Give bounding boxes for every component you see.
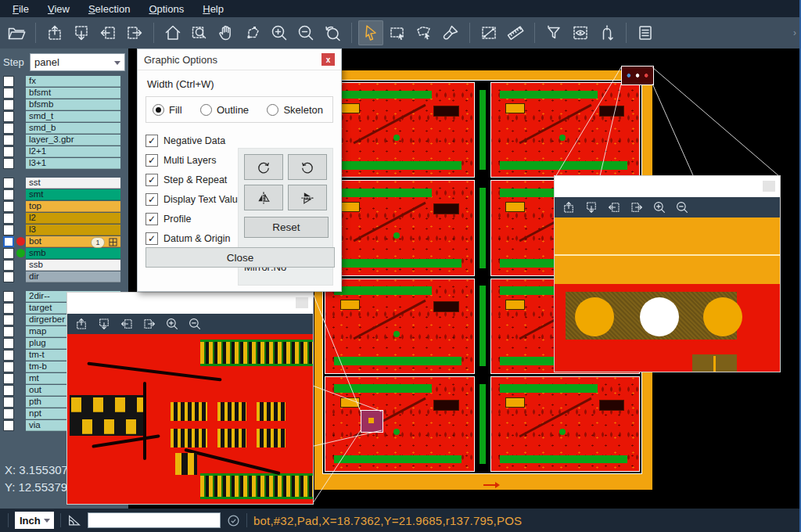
layer-row-dir[interactable]: dir: [0, 271, 128, 282]
popup-tool-zoom-out[interactable]: [187, 316, 203, 332]
layer-color-dot[interactable]: [16, 271, 26, 282]
layer-color-dot[interactable]: [16, 350, 26, 360]
close-button[interactable]: Close: [145, 247, 335, 268]
command-input[interactable]: [88, 512, 221, 528]
popup-tool-pan-right[interactable]: [629, 200, 645, 215]
layer-checkbox[interactable]: [3, 373, 14, 384]
layer-name[interactable]: smb: [26, 248, 120, 259]
layer-name[interactable]: l2: [26, 213, 120, 224]
layer-row-bfsmt[interactable]: bfsmt: [0, 87, 128, 99]
tool-unroute[interactable]: [594, 20, 620, 45]
board-cell[interactable]: [490, 82, 641, 178]
layer-name[interactable]: smd_t: [26, 111, 120, 122]
layer-color-dot[interactable]: [16, 397, 26, 407]
layer-row-l2[interactable]: l2: [0, 212, 128, 224]
layer-color-dot[interactable]: [16, 420, 26, 430]
layer-checkbox[interactable]: [3, 201, 14, 212]
layer-color-dot[interactable]: [16, 338, 26, 348]
layer-checkbox[interactable]: [3, 146, 14, 157]
layer-color-dot[interactable]: [16, 303, 26, 313]
layer-row-ssb[interactable]: ssb: [0, 259, 128, 271]
zoom-window-bottom-left[interactable]: [66, 292, 314, 505]
layer-checkbox[interactable]: [3, 236, 14, 247]
menu-help[interactable]: Help: [195, 2, 232, 16]
tool-home[interactable]: [160, 20, 185, 45]
layer-row-l2+1[interactable]: l2+1: [0, 146, 128, 157]
dialog-close-icon[interactable]: x: [321, 53, 335, 66]
tool-measure-diagonal[interactable]: [476, 20, 501, 45]
layer-color-dot[interactable]: [16, 146, 26, 156]
tool-select-arrow[interactable]: [358, 20, 383, 45]
tool-zoom-window[interactable]: [187, 20, 212, 45]
popup-tool-zoom-in[interactable]: [164, 316, 180, 332]
layer-row-smd_t[interactable]: smd_t: [0, 110, 128, 122]
layer-checkbox[interactable]: [3, 158, 14, 169]
layer-color-dot[interactable]: [16, 408, 26, 419]
flip-vertical-button[interactable]: [288, 185, 327, 210]
tool-pan-left[interactable]: [95, 20, 120, 45]
menu-view[interactable]: View: [40, 2, 77, 16]
layer-color-dot[interactable]: [16, 135, 26, 145]
popup-pcb-view[interactable]: [555, 217, 780, 372]
popup-tool-zoom-out[interactable]: [674, 200, 690, 215]
layer-name[interactable]: l2+1: [26, 146, 120, 157]
tool-select-rect[interactable]: [385, 20, 410, 45]
reset-button[interactable]: Reset: [244, 217, 329, 238]
layer-checkbox[interactable]: [3, 303, 14, 314]
layer-color-dot[interactable]: [16, 178, 26, 188]
checkbox-datum-origin[interactable]: ✓Datum & Origin: [145, 228, 243, 248]
layer-checkbox[interactable]: [3, 291, 14, 302]
layer-checkbox[interactable]: [3, 350, 14, 361]
grid-icon[interactable]: [109, 238, 117, 246]
layer-row-top[interactable]: top: [0, 200, 128, 212]
popup-tool-zoom-in[interactable]: [652, 200, 667, 215]
layer-name[interactable]: top: [26, 201, 120, 212]
layer-color-dot[interactable]: [16, 158, 26, 168]
radio-fill[interactable]: Fill: [153, 104, 182, 116]
layer-color-dot[interactable]: [16, 76, 26, 86]
layer-name[interactable]: sst: [26, 178, 120, 189]
layer-name[interactable]: ssb: [26, 260, 120, 271]
layer-color-dot[interactable]: [16, 385, 26, 395]
layer-checkbox[interactable]: [3, 189, 14, 200]
rotate-ccw-button[interactable]: [288, 154, 327, 180]
tool-pan-up[interactable]: [42, 20, 67, 45]
layer-checkbox[interactable]: [3, 315, 14, 325]
layer-checkbox[interactable]: [3, 111, 14, 122]
board-cell[interactable]: [325, 180, 475, 275]
layer-checkbox[interactable]: [3, 361, 14, 372]
tool-filter[interactable]: [541, 20, 566, 45]
popup-tool-pan-down[interactable]: [584, 200, 599, 215]
layer-row-smd_b[interactable]: smd_b: [0, 122, 128, 134]
layer-name[interactable]: bfsmb: [26, 99, 120, 110]
layer-color-dot[interactable]: [16, 189, 26, 200]
layer-checkbox[interactable]: [3, 385, 14, 396]
layer-checkbox[interactable]: [3, 271, 14, 282]
zoom-source-rect-top-right[interactable]: [621, 66, 654, 85]
layer-color-dot[interactable]: [16, 248, 26, 258]
layer-color-dot[interactable]: [16, 213, 26, 223]
layer-row-bot[interactable]: bot1: [0, 235, 128, 247]
layer-color-dot[interactable]: [16, 373, 26, 383]
popup-minimize-button[interactable]: [763, 181, 775, 192]
layer-color-dot[interactable]: [16, 315, 26, 325]
layer-checkbox[interactable]: [3, 326, 14, 337]
layer-row-sst[interactable]: sst: [0, 177, 128, 189]
tool-zoom-in[interactable]: [267, 20, 292, 45]
popup-tool-pan-up[interactable]: [74, 316, 89, 332]
toolbar-overflow-icon[interactable]: ›: [793, 27, 796, 38]
layer-name[interactable]: l3+1: [26, 158, 120, 169]
tool-brush[interactable]: [438, 20, 463, 45]
layer-row-smb[interactable]: smb: [0, 247, 128, 259]
menu-options[interactable]: Options: [141, 2, 192, 16]
popup-tool-pan-left[interactable]: [119, 316, 135, 332]
board-cell[interactable]: [325, 82, 475, 178]
layer-checkbox[interactable]: [3, 420, 14, 431]
board-cell[interactable]: [325, 376, 475, 472]
checkbox-multi-layers[interactable]: ✓Multi Layers: [145, 150, 243, 170]
layer-name[interactable]: fx: [26, 76, 120, 87]
layer-checkbox[interactable]: [3, 338, 14, 349]
layer-row-l3[interactable]: l3: [0, 224, 128, 235]
popup-pcb-view[interactable]: [67, 334, 313, 504]
menu-selection[interactable]: Selection: [81, 2, 138, 16]
